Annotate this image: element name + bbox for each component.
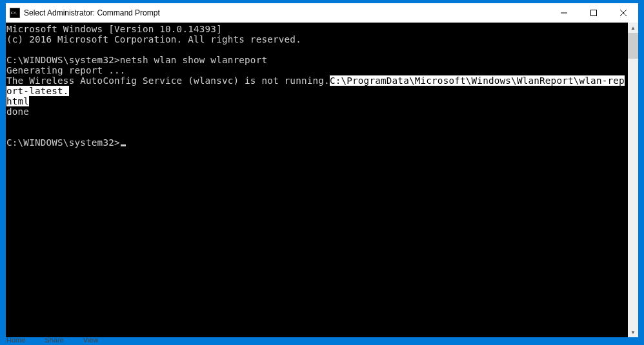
- window-title: Select Administrator: Command Prompt: [24, 8, 549, 17]
- scroll-down-arrow-icon[interactable]: ▼: [628, 327, 638, 337]
- output-service-msg: The Wireless AutoConfig Service (wlansvc…: [6, 75, 330, 86]
- vertical-scrollbar[interactable]: ▲ ▼: [628, 23, 638, 337]
- command-prompt-window: C:\ Select Administrator: Command Prompt…: [5, 3, 639, 338]
- maximize-button[interactable]: [579, 3, 609, 23]
- terminal-area[interactable]: Microsoft Windows [Version 10.0.14393] (…: [6, 23, 638, 337]
- scroll-up-arrow-icon[interactable]: ▲: [628, 23, 638, 33]
- close-button[interactable]: [609, 3, 638, 23]
- cmd-icon: C:\: [10, 8, 20, 18]
- minimize-button[interactable]: [549, 3, 579, 23]
- terminal-output[interactable]: Microsoft Windows [Version 10.0.14393] (…: [6, 23, 628, 337]
- selected-path-part2: html: [6, 96, 29, 106]
- scroll-track[interactable]: [628, 33, 638, 327]
- titlebar[interactable]: C:\ Select Administrator: Command Prompt: [6, 3, 638, 23]
- prompt-2-path: C:\WINDOWS\system32>: [6, 137, 120, 148]
- prompt-1-command: netsh wlan show wlanreport: [120, 55, 267, 65]
- scroll-thumb[interactable]: [628, 33, 638, 59]
- output-done: done: [6, 106, 29, 117]
- text-cursor: [121, 144, 126, 146]
- svg-rect-3: [591, 10, 597, 16]
- header-line-2: (c) 2016 Microsoft Corporation. All righ…: [6, 34, 301, 44]
- header-line-1: Microsoft Windows [Version 10.0.14393]: [6, 24, 222, 34]
- window-controls: [549, 3, 638, 23]
- svg-text:C:\: C:\: [11, 10, 17, 15]
- output-generating: Generating report ...: [6, 65, 126, 75]
- prompt-1-path: C:\WINDOWS\system32>: [6, 55, 120, 65]
